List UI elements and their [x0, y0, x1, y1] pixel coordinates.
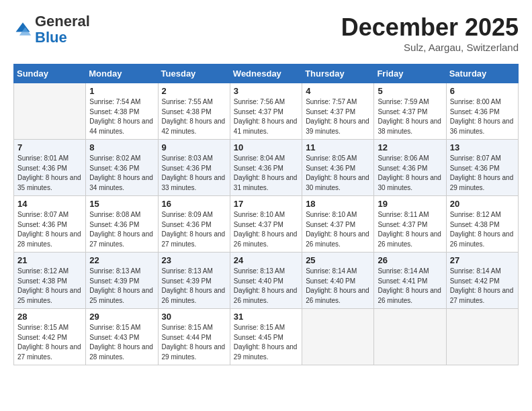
day-info: Sunrise: 8:05 AMSunset: 4:36 PMDaylight:… — [306, 154, 370, 193]
day-number: 8 — [89, 142, 154, 152]
calendar-day-cell: 25Sunrise: 8:14 AMSunset: 4:40 PMDayligh… — [302, 253, 374, 309]
day-info: Sunrise: 8:01 AMSunset: 4:36 PMDaylight:… — [17, 154, 82, 193]
day-number: 18 — [306, 199, 370, 209]
day-number: 16 — [162, 199, 226, 209]
day-info: Sunrise: 8:04 AMSunset: 4:36 PMDaylight:… — [234, 154, 298, 193]
calendar-day-cell: 1Sunrise: 7:54 AMSunset: 4:38 PMDaylight… — [86, 83, 158, 140]
day-info: Sunrise: 8:12 AMSunset: 4:38 PMDaylight:… — [17, 267, 82, 306]
day-info: Sunrise: 8:07 AMSunset: 4:36 PMDaylight:… — [17, 210, 82, 249]
day-number: 25 — [306, 255, 370, 265]
calendar-day-cell: 30Sunrise: 8:15 AMSunset: 4:44 PMDayligh… — [158, 309, 230, 365]
day-info: Sunrise: 8:09 AMSunset: 4:36 PMDaylight:… — [162, 210, 226, 249]
calendar-day-cell — [374, 309, 446, 365]
day-number: 30 — [162, 312, 226, 322]
calendar-week-row: 7Sunrise: 8:01 AMSunset: 4:36 PMDaylight… — [14, 140, 519, 196]
calendar-week-row: 14Sunrise: 8:07 AMSunset: 4:36 PMDayligh… — [14, 196, 519, 253]
day-number: 26 — [378, 255, 442, 265]
title-block: December 2025 Sulz, Aargau, Switzerland — [341, 13, 519, 53]
calendar-day-cell: 20Sunrise: 8:12 AMSunset: 4:38 PMDayligh… — [446, 196, 518, 253]
calendar-day-cell: 27Sunrise: 8:14 AMSunset: 4:42 PMDayligh… — [446, 253, 518, 309]
calendar-day-cell: 10Sunrise: 8:04 AMSunset: 4:36 PMDayligh… — [230, 140, 302, 196]
calendar-day-cell: 4Sunrise: 7:57 AMSunset: 4:37 PMDaylight… — [302, 83, 374, 140]
calendar-day-cell: 7Sunrise: 8:01 AMSunset: 4:36 PMDaylight… — [14, 140, 86, 196]
day-info: Sunrise: 8:12 AMSunset: 4:38 PMDaylight:… — [450, 210, 515, 249]
calendar-week-row: 1Sunrise: 7:54 AMSunset: 4:38 PMDaylight… — [14, 83, 519, 140]
weekday-header: Tuesday — [158, 64, 230, 83]
calendar-day-cell: 28Sunrise: 8:15 AMSunset: 4:42 PMDayligh… — [14, 309, 86, 365]
day-info: Sunrise: 8:15 AMSunset: 4:45 PMDaylight:… — [234, 323, 298, 362]
day-info: Sunrise: 8:13 AMSunset: 4:40 PMDaylight:… — [234, 267, 298, 306]
day-number: 2 — [162, 86, 226, 96]
day-info: Sunrise: 8:10 AMSunset: 4:37 PMDaylight:… — [306, 210, 370, 249]
weekday-header: Friday — [374, 64, 446, 83]
day-number: 31 — [234, 312, 298, 322]
day-info: Sunrise: 7:55 AMSunset: 4:38 PMDaylight:… — [162, 97, 226, 136]
day-info: Sunrise: 8:10 AMSunset: 4:37 PMDaylight:… — [234, 210, 298, 249]
day-info: Sunrise: 8:14 AMSunset: 4:41 PMDaylight:… — [378, 267, 442, 306]
day-number: 19 — [378, 199, 442, 209]
calendar-day-cell: 9Sunrise: 8:03 AMSunset: 4:36 PMDaylight… — [158, 140, 230, 196]
day-info: Sunrise: 7:54 AMSunset: 4:38 PMDaylight:… — [89, 97, 154, 136]
calendar-day-cell: 8Sunrise: 8:02 AMSunset: 4:36 PMDaylight… — [86, 140, 158, 196]
day-number: 27 — [450, 255, 515, 265]
logo-blue-text: Blue — [35, 29, 67, 46]
day-info: Sunrise: 8:11 AMSunset: 4:37 PMDaylight:… — [378, 210, 442, 249]
calendar-day-cell: 6Sunrise: 8:00 AMSunset: 4:36 PMDaylight… — [446, 83, 518, 140]
calendar-day-cell: 29Sunrise: 8:15 AMSunset: 4:43 PMDayligh… — [86, 309, 158, 365]
calendar-day-cell: 21Sunrise: 8:12 AMSunset: 4:38 PMDayligh… — [14, 253, 86, 309]
day-info: Sunrise: 8:14 AMSunset: 4:40 PMDaylight:… — [306, 267, 370, 306]
day-info: Sunrise: 8:08 AMSunset: 4:36 PMDaylight:… — [89, 210, 154, 249]
month-title: December 2025 — [341, 13, 519, 42]
day-number: 21 — [17, 255, 82, 265]
day-number: 1 — [89, 86, 154, 96]
calendar-day-cell: 17Sunrise: 8:10 AMSunset: 4:37 PMDayligh… — [230, 196, 302, 253]
day-info: Sunrise: 8:13 AMSunset: 4:39 PMDaylight:… — [89, 267, 154, 306]
day-info: Sunrise: 8:15 AMSunset: 4:42 PMDaylight:… — [17, 323, 82, 362]
day-info: Sunrise: 8:14 AMSunset: 4:42 PMDaylight:… — [450, 267, 515, 306]
day-number: 4 — [306, 86, 370, 96]
calendar-day-cell — [446, 309, 518, 365]
day-number: 10 — [234, 142, 298, 152]
logo-icon — [13, 20, 32, 39]
weekday-header: Sunday — [14, 64, 86, 83]
day-info: Sunrise: 8:02 AMSunset: 4:36 PMDaylight:… — [89, 154, 154, 193]
location: Sulz, Aargau, Switzerland — [341, 42, 519, 53]
weekday-header: Wednesday — [230, 64, 302, 83]
day-number: 29 — [89, 312, 154, 322]
page-header: General Blue December 2025 Sulz, Aargau,… — [13, 13, 519, 53]
calendar-day-cell — [14, 83, 86, 140]
day-info: Sunrise: 7:56 AMSunset: 4:37 PMDaylight:… — [234, 97, 298, 136]
day-number: 24 — [234, 255, 298, 265]
weekday-header: Monday — [86, 64, 158, 83]
day-number: 11 — [306, 142, 370, 152]
day-number: 6 — [450, 86, 515, 96]
day-info: Sunrise: 8:06 AMSunset: 4:36 PMDaylight:… — [378, 154, 442, 193]
day-info: Sunrise: 8:13 AMSunset: 4:39 PMDaylight:… — [162, 267, 226, 306]
day-number: 7 — [17, 142, 82, 152]
calendar-day-cell: 26Sunrise: 8:14 AMSunset: 4:41 PMDayligh… — [374, 253, 446, 309]
calendar-day-cell: 15Sunrise: 8:08 AMSunset: 4:36 PMDayligh… — [86, 196, 158, 253]
day-info: Sunrise: 7:57 AMSunset: 4:37 PMDaylight:… — [306, 97, 370, 136]
day-number: 20 — [450, 199, 515, 209]
calendar-table: SundayMondayTuesdayWednesdayThursdayFrid… — [13, 64, 519, 365]
day-number: 3 — [234, 86, 298, 96]
day-number: 15 — [89, 199, 154, 209]
day-number: 23 — [162, 255, 226, 265]
weekday-header-row: SundayMondayTuesdayWednesdayThursdayFrid… — [14, 64, 519, 83]
calendar-day-cell: 2Sunrise: 7:55 AMSunset: 4:38 PMDaylight… — [158, 83, 230, 140]
day-number: 14 — [17, 199, 82, 209]
calendar-day-cell: 31Sunrise: 8:15 AMSunset: 4:45 PMDayligh… — [230, 309, 302, 365]
logo: General Blue — [13, 13, 90, 46]
day-number: 28 — [17, 312, 82, 322]
logo-general-text: General — [35, 13, 90, 30]
calendar-day-cell: 23Sunrise: 8:13 AMSunset: 4:39 PMDayligh… — [158, 253, 230, 309]
calendar-day-cell: 24Sunrise: 8:13 AMSunset: 4:40 PMDayligh… — [230, 253, 302, 309]
day-info: Sunrise: 8:00 AMSunset: 4:36 PMDaylight:… — [450, 97, 515, 136]
calendar-day-cell: 19Sunrise: 8:11 AMSunset: 4:37 PMDayligh… — [374, 196, 446, 253]
day-number: 22 — [89, 255, 154, 265]
day-info: Sunrise: 8:03 AMSunset: 4:36 PMDaylight:… — [162, 154, 226, 193]
calendar-day-cell: 14Sunrise: 8:07 AMSunset: 4:36 PMDayligh… — [14, 196, 86, 253]
day-number: 17 — [234, 199, 298, 209]
day-number: 13 — [450, 142, 515, 152]
calendar-day-cell: 22Sunrise: 8:13 AMSunset: 4:39 PMDayligh… — [86, 253, 158, 309]
